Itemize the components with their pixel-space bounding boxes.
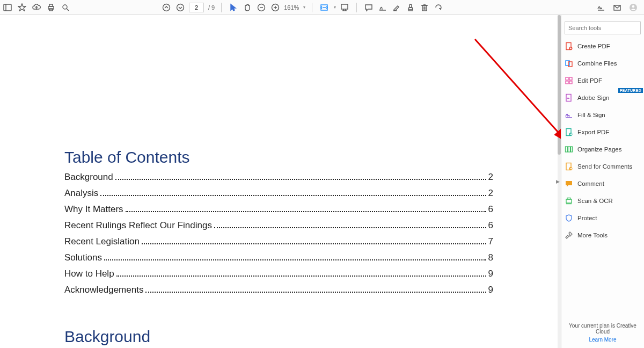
toc-entry-label: Recent Legislation xyxy=(64,236,140,247)
print-icon[interactable] xyxy=(46,2,56,13)
toc-entry[interactable]: Analysis2 xyxy=(64,188,493,199)
organize-pages-icon xyxy=(565,145,573,154)
toc-leader-dots xyxy=(100,195,486,196)
svg-marker-2 xyxy=(18,4,26,11)
page-number-input[interactable] xyxy=(189,3,204,12)
tool-organize-pages[interactable]: Organize Pages xyxy=(565,144,641,155)
toc-entry-page: 2 xyxy=(488,188,493,199)
fill-sign-icon xyxy=(565,111,573,119)
account-icon[interactable] xyxy=(628,2,639,13)
quick-sign-icon[interactable] xyxy=(596,2,606,13)
svg-rect-57 xyxy=(566,199,572,203)
svg-marker-11 xyxy=(231,4,236,11)
delete-icon[interactable] xyxy=(419,2,430,13)
tools-sidebar: Create PDFCombine FilesEdit PDFAdobe Sig… xyxy=(561,15,644,348)
share-mail-icon[interactable] xyxy=(612,2,623,13)
svg-rect-25 xyxy=(409,4,412,8)
main-area: Table of Contents Background2Analysis2Wh… xyxy=(0,15,644,348)
toc-entry-page: 7 xyxy=(488,236,493,247)
tool-more-tools[interactable]: More Tools xyxy=(565,230,641,241)
svg-rect-52 xyxy=(566,147,568,152)
tool-protect[interactable]: Protect xyxy=(565,213,641,223)
pdf-page: Table of Contents Background2Analysis2Wh… xyxy=(0,15,558,346)
find-icon[interactable] xyxy=(60,2,71,13)
tool-send-for-comments[interactable]: Send for Comments xyxy=(565,161,641,172)
svg-rect-46 xyxy=(566,81,568,84)
svg-point-10 xyxy=(177,4,184,11)
svg-rect-48 xyxy=(566,95,571,102)
toc-entry-page: 6 xyxy=(488,220,493,231)
svg-rect-5 xyxy=(49,4,53,6)
tool-create-pdf[interactable]: Create PDF xyxy=(565,41,641,52)
zoom-level[interactable]: 161% xyxy=(284,4,299,11)
toc-leader-dots xyxy=(116,276,486,277)
svg-rect-27 xyxy=(422,5,427,11)
more-tools-icon xyxy=(565,231,573,240)
toc-entry[interactable]: Recent Legislation7 xyxy=(64,236,493,247)
export-pdf-icon xyxy=(565,128,573,136)
adobe-sign-icon xyxy=(565,93,573,102)
fit-width-icon[interactable] xyxy=(319,2,330,13)
section-heading-background: Background xyxy=(64,328,493,346)
zoom-out-icon[interactable] xyxy=(256,2,267,13)
tool-edit-pdf[interactable]: Edit PDF xyxy=(565,75,641,86)
tool-comment[interactable]: Comment xyxy=(565,178,641,189)
toc-entry[interactable]: Background2 xyxy=(64,172,493,183)
toc-entry[interactable]: Why It Matters6 xyxy=(64,204,493,215)
stamp-icon[interactable] xyxy=(405,2,416,13)
page-up-icon[interactable] xyxy=(161,2,172,13)
page-total-label: / 9 xyxy=(208,4,215,11)
toc-entry-label: Background xyxy=(64,172,113,183)
document-viewport: Table of Contents Background2Analysis2Wh… xyxy=(0,15,561,348)
scan-ocr-icon xyxy=(565,197,573,205)
rotate-icon[interactable] xyxy=(433,2,444,13)
read-mode-icon[interactable] xyxy=(339,2,350,13)
toc-entry[interactable]: Solutions8 xyxy=(64,252,493,263)
hand-tool-icon[interactable] xyxy=(242,2,253,13)
zoom-dropdown-caret[interactable]: ▾ xyxy=(303,5,305,10)
page-down-icon[interactable] xyxy=(175,2,186,13)
sign-icon[interactable] xyxy=(377,2,388,13)
tool-fill-sign[interactable]: Fill & Sign xyxy=(565,110,641,120)
svg-point-9 xyxy=(163,4,170,11)
toc-leader-dots xyxy=(145,292,486,293)
toc-leader-dots xyxy=(214,227,486,228)
toc-entry[interactable]: Recent Rulings Reflect Our Findings6 xyxy=(64,220,493,231)
tool-adobe-sign[interactable]: Adobe SignFEATURED xyxy=(565,92,641,103)
search-tools-input[interactable] xyxy=(565,21,641,34)
tool-label: More Tools xyxy=(577,232,608,238)
tool-label: Organize Pages xyxy=(577,146,621,153)
toc-entry[interactable]: How to Help9 xyxy=(64,269,493,279)
tool-scan-ocr[interactable]: Scan & OCR xyxy=(565,195,641,206)
top-toolbar: / 9 161%▾ ▾ xyxy=(0,0,644,15)
tool-label: Export PDF xyxy=(577,129,609,135)
toc-title: Table of Contents xyxy=(64,148,493,166)
toc-entry-page: 6 xyxy=(488,204,493,215)
toc-entry-label: Solutions xyxy=(64,252,102,263)
selection-tool-icon[interactable] xyxy=(228,2,239,13)
fit-dropdown-caret[interactable]: ▾ xyxy=(334,5,336,10)
svg-rect-6 xyxy=(49,9,53,11)
comment-icon[interactable] xyxy=(363,2,374,13)
tool-label: Combine Files xyxy=(577,60,617,67)
learn-more-link[interactable]: Learn More xyxy=(565,337,641,343)
svg-rect-47 xyxy=(569,81,572,84)
tool-export-pdf[interactable]: Export PDF xyxy=(565,127,641,137)
cloud-upload-icon[interactable] xyxy=(31,2,42,13)
toc-entry[interactable]: Acknowledgements9 xyxy=(64,285,493,295)
document-scroll[interactable]: Table of Contents Background2Analysis2Wh… xyxy=(0,15,558,348)
svg-rect-45 xyxy=(569,77,572,80)
sidebar-toggle-icon[interactable] xyxy=(2,2,13,13)
tool-combine-files[interactable]: Combine Files xyxy=(565,58,641,69)
plan-text: Your current plan is Creative Cloud xyxy=(569,323,636,335)
sidebar-footer: Your current plan is Creative Cloud Lear… xyxy=(565,323,641,345)
star-icon[interactable] xyxy=(17,2,27,13)
toc-leader-dots xyxy=(104,259,486,260)
toc-leader-dots xyxy=(142,243,486,244)
edit-pdf-icon xyxy=(565,76,573,85)
sidebar-collapse-handle[interactable]: ▶ xyxy=(555,173,560,190)
tool-label: Send for Comments xyxy=(577,163,632,170)
svg-rect-44 xyxy=(566,77,568,80)
zoom-in-icon[interactable] xyxy=(270,2,281,13)
highlight-icon[interactable] xyxy=(391,2,402,13)
